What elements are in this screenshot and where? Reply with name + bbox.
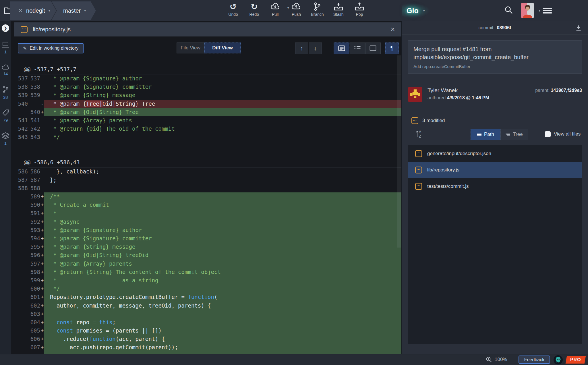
svg-text:A: A — [419, 130, 421, 134]
branch-tab-label: master — [63, 7, 81, 14]
diff-line-608: 608+ return acc; — [14, 352, 401, 354]
toggle-tree-view[interactable]: Tree — [500, 129, 528, 140]
diff-line-607: 607+ acc.push(repo.getCommit(parent)); — [14, 343, 401, 352]
pop-button[interactable]: Pop — [352, 2, 367, 17]
diff-line-604: 604+ const repo = this; — [14, 318, 401, 327]
show-whitespace-button[interactable]: ¶ — [385, 43, 399, 54]
download-patch-icon[interactable] — [575, 25, 582, 31]
user-avatar[interactable] — [521, 3, 534, 18]
search-icon[interactable] — [504, 5, 513, 15]
redo-icon: ↻ — [251, 2, 258, 11]
close-icon[interactable]: ✕ — [390, 26, 395, 33]
modified-file-icon: ••• — [411, 117, 418, 124]
modified-count: ••• 3 modified — [411, 117, 445, 124]
diff-line-543: 543543 */ — [14, 133, 401, 141]
sidebar-item-branches[interactable]: 38 — [2, 86, 9, 100]
pencil-icon: ✎ — [23, 46, 27, 51]
file-row[interactable]: •••generate/input/descriptor.json — [408, 145, 582, 162]
diff-scrollbar[interactable] — [397, 55, 401, 248]
diff-line-540: 540- * @param {Tree|Oid|String} Tree — [14, 100, 401, 108]
pro-badge[interactable]: PRO — [566, 356, 586, 364]
cloud-upload-icon — [291, 2, 301, 11]
diff-line-588: 588588 — [14, 184, 401, 192]
stash-button[interactable]: Stash — [331, 2, 346, 17]
split-view-button[interactable] — [365, 43, 381, 54]
diff-line-594: 594+ * @param {Signature} committer — [14, 234, 401, 243]
modified-file-icon: ••• — [415, 183, 422, 190]
diff-line-586: 586586 }, callback); — [14, 167, 401, 176]
hunk-view-button[interactable] — [334, 43, 349, 54]
hunk-header: @@ -586,6 +586,43 — [14, 159, 401, 167]
glo-button[interactable]: Glo ▾ — [402, 3, 430, 18]
edit-in-working-directory-button[interactable]: ✎ Edit in working directory — [18, 43, 84, 53]
changed-files-list: •••generate/input/descriptor.json•••lib/… — [408, 145, 582, 344]
feedback-button[interactable]: Feedback — [519, 356, 550, 364]
file-list-controls: AZ Path Tree View all files — [402, 128, 588, 141]
author-section: Tyler Wanek authored 4/9/2018 @ 1:46 PM … — [408, 87, 582, 103]
chevron-down-icon[interactable]: ▾ — [49, 9, 50, 12]
file-row[interactable]: •••test/tests/commit.js — [408, 178, 582, 194]
hamburger-menu-icon[interactable] — [543, 7, 552, 15]
zoom-control[interactable]: 100% — [486, 356, 507, 363]
close-repo-icon[interactable]: ✕ — [18, 7, 23, 14]
sidebar-item-local[interactable]: 1 — [1, 41, 9, 54]
branch-button[interactable]: Branch — [310, 2, 325, 17]
tag-icon — [2, 109, 9, 117]
redo-button[interactable]: ↻ Redo — [247, 2, 262, 17]
commit-message-title: Merge pull request #1481 from implausibl… — [413, 45, 577, 61]
parent-hashes[interactable]: parent: 143907,f2d9e3 — [535, 88, 582, 93]
diff-line-537: 537537 * @param {Signature} author — [14, 74, 401, 83]
file-row[interactable]: •••lib/repository.js — [408, 162, 582, 178]
expand-sidebar-button[interactable]: ❯ — [2, 24, 9, 32]
diff-line-600: 600+ */ — [14, 285, 401, 293]
glo-dropdown-caret[interactable]: ▾ — [423, 9, 425, 12]
left-sidebar: ❯ 1 14 38 79 1 — [0, 21, 11, 354]
diff-line-592: 592+ * @async — [14, 218, 401, 226]
view-all-files-checkbox[interactable] — [545, 131, 551, 137]
diff-line-542: 542542 * @return {Oid} The oid of the co… — [14, 125, 401, 133]
layers-icon — [1, 132, 9, 140]
modified-file-icon: ••• — [21, 26, 28, 33]
pull-button[interactable]: Pull ▾ — [268, 2, 283, 17]
sidebar-item-stashes[interactable]: 1 — [1, 132, 9, 146]
inline-view-button[interactable] — [350, 43, 365, 54]
hunk-header: @@ -537,7 +537,7 — [14, 66, 401, 74]
previous-change-button[interactable]: ↑ — [295, 43, 308, 54]
sidebar-item-remotes[interactable]: 14 — [1, 64, 10, 76]
tab-diff-view[interactable]: Diff View — [204, 43, 241, 53]
next-change-button[interactable]: ↓ — [309, 43, 322, 54]
undo-icon: ↺ — [230, 2, 237, 11]
view-all-files-label: View all files — [554, 131, 581, 137]
repo-tab[interactable]: ✕ nodegit ▾ — [10, 1, 56, 20]
diff-line-596: 596+ * @param {Oid|String} treeOid — [14, 251, 401, 259]
file-path: test/tests/commit.js — [427, 184, 469, 189]
svg-text:Z: Z — [419, 134, 421, 138]
commit-message-body: Add repo.createCommitBuffer — [413, 64, 577, 69]
gitkraken-logo-icon[interactable] — [554, 355, 563, 364]
top-toolbar: ✕ nodegit ▾ master ▾ ↺ Undo ↻ Redo Pull … — [0, 0, 588, 21]
stash-tray-up-icon — [355, 2, 364, 11]
tab-file-view[interactable]: File View — [177, 43, 204, 53]
diff-pane: ••• lib/repository.js ✕ ✎ Edit in workin… — [11, 21, 401, 354]
file-header: ••• lib/repository.js ✕ — [14, 22, 401, 36]
sidebar-item-tags[interactable]: 79 — [2, 109, 9, 123]
status-bar: 100% Feedback PRO — [0, 354, 588, 365]
commit-message-box[interactable]: Merge pull request #1481 from implausibl… — [408, 40, 582, 74]
chevron-down-icon[interactable]: ▾ — [84, 9, 86, 12]
branch-tab[interactable]: master ▾ — [52, 1, 96, 20]
sort-az-icon[interactable]: AZ — [415, 129, 422, 138]
diff-line-595: 595+ * @param {String} message — [14, 243, 401, 251]
diff-content: @@ -537,7 +537,7537537 * @param {Signatu… — [14, 66, 401, 354]
author-name: Tyler Wanek — [428, 87, 458, 94]
undo-button[interactable]: ↺ Undo — [226, 2, 241, 17]
push-button[interactable]: Push — [289, 2, 304, 17]
diff-line-601: 601+Repository.prototype.createCommitBuf… — [14, 293, 401, 301]
modified-file-icon: ••• — [415, 167, 422, 173]
file-path: lib/repository.js — [427, 167, 459, 173]
diff-line-599: 599+ * as a string — [14, 276, 401, 285]
toggle-path-view[interactable]: Path — [471, 129, 500, 140]
cloud-icon — [1, 64, 10, 70]
diff-line-541: 541541 * @param {Array} parents — [14, 116, 401, 125]
profile-dropdown-caret[interactable]: ▾ — [539, 9, 540, 12]
diff-line-590: 590+ * Create a commit — [14, 201, 401, 209]
